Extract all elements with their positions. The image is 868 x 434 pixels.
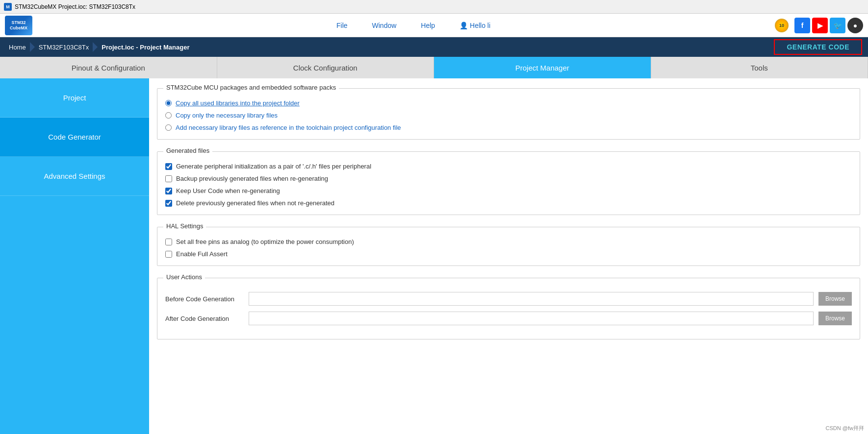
- github-icon[interactable]: ●: [847, 18, 863, 33]
- sidebar-item-advanced-settings[interactable]: Advanced Settings: [0, 157, 149, 196]
- menu-bar: STM32 CubeMX File Window Help 👤 Hello li…: [0, 14, 868, 37]
- generated-files-title: Generated files: [163, 147, 212, 154]
- main-tabs: Pinout & Configuration Clock Configurati…: [0, 57, 868, 78]
- tab-clock-configuration[interactable]: Clock Configuration: [217, 57, 434, 78]
- checkbox-keep-user-code[interactable]: Keep User Code when re-generating: [165, 187, 852, 194]
- tab-tools[interactable]: Tools: [651, 57, 868, 78]
- sidebar-item-project[interactable]: Project: [0, 78, 149, 118]
- main-content-panel: STM32Cube MCU packages and embedded soft…: [149, 78, 868, 434]
- watermark: CSDN @fw拜拜: [826, 425, 864, 432]
- tab-project-manager[interactable]: Project Manager: [434, 57, 651, 78]
- checkbox-backup[interactable]: Backup previously generated files when r…: [165, 175, 852, 182]
- after-code-gen-label: After Code Generation: [165, 315, 244, 322]
- generated-files-section: Generated files Generate peripheral init…: [157, 151, 860, 215]
- checkbox-full-assert[interactable]: Enable Full Assert: [165, 250, 852, 258]
- generated-files-checkboxes: Generate peripheral initialization as a …: [165, 163, 852, 207]
- user-actions-rows: Before Code Generation Browse After Code…: [165, 292, 852, 325]
- before-code-gen-label: Before Code Generation: [165, 295, 244, 303]
- breadcrumb-current: Project.ioc - Project Manager: [99, 44, 192, 51]
- content-area: Project Code Generator Advanced Settings…: [0, 78, 868, 434]
- after-code-gen-browse[interactable]: Browse: [818, 312, 852, 325]
- twitter-icon[interactable]: 🐦: [830, 18, 845, 33]
- user-menu[interactable]: 👤 Hello li: [460, 22, 490, 29]
- radio-copy-all[interactable]: Copy all used libraries into the project…: [165, 99, 852, 107]
- checkbox-free-pins-analog[interactable]: Set all free pins as analog (to optimize…: [165, 238, 852, 245]
- breadcrumb-home[interactable]: Home: [6, 44, 29, 51]
- youtube-icon[interactable]: ▶: [812, 18, 828, 33]
- hal-settings-checkboxes: Set all free pins as analog (to optimize…: [165, 238, 852, 258]
- after-code-gen-row: After Code Generation Browse: [165, 312, 852, 325]
- menu-items: File Window Help 👤 Hello li: [52, 22, 775, 29]
- menu-right: 10 f ▶ 🐦 ●: [775, 18, 863, 33]
- mcu-radio-group: Copy all used libraries into the project…: [165, 99, 852, 131]
- tab-pinout-configuration[interactable]: Pinout & Configuration: [0, 57, 217, 78]
- breadcrumb: Home STM32F103C8Tx Project.ioc - Project…: [6, 42, 774, 52]
- checkbox-pair-files[interactable]: Generate peripheral initialization as a …: [165, 163, 852, 170]
- badge-10: 10: [775, 19, 789, 32]
- app-icon: M: [4, 3, 12, 11]
- before-code-gen-input[interactable]: [249, 292, 814, 306]
- window-menu[interactable]: Window: [372, 22, 397, 29]
- breadcrumb-device[interactable]: STM32F103C8Tx: [36, 44, 92, 51]
- nav-bar: Home STM32F103C8Tx Project.ioc - Project…: [0, 37, 868, 57]
- checkbox-delete-previously[interactable]: Delete previously generated files when n…: [165, 199, 852, 207]
- user-actions-section: User Actions Before Code Generation Brow…: [157, 278, 860, 339]
- generate-code-button[interactable]: GENERATE CODE: [774, 39, 862, 55]
- mcu-packages-title: STM32Cube MCU packages and embedded soft…: [163, 84, 339, 91]
- sidebar-item-code-generator[interactable]: Code Generator: [0, 118, 149, 157]
- hal-settings-section: HAL Settings Set all free pins as analog…: [157, 227, 860, 266]
- help-menu[interactable]: Help: [421, 22, 435, 29]
- sidebar: Project Code Generator Advanced Settings: [0, 78, 149, 434]
- facebook-icon[interactable]: f: [794, 18, 810, 33]
- social-icons: f ▶ 🐦 ●: [794, 18, 863, 33]
- mcu-packages-section: STM32Cube MCU packages and embedded soft…: [157, 88, 860, 140]
- window-title: STM32CubeMX Project.ioc: STM32F103C8Tx: [15, 3, 135, 10]
- before-code-gen-row: Before Code Generation Browse: [165, 292, 852, 306]
- title-bar: M STM32CubeMX Project.ioc: STM32F103C8Tx: [0, 0, 868, 14]
- stm32cubemx-logo: STM32 CubeMX: [5, 16, 32, 35]
- hal-settings-title: HAL Settings: [163, 222, 206, 230]
- radio-copy-necessary[interactable]: Copy only the necessary library files: [165, 112, 852, 119]
- before-code-gen-browse[interactable]: Browse: [818, 292, 852, 306]
- user-actions-title: User Actions: [163, 273, 205, 281]
- file-menu[interactable]: File: [336, 22, 348, 29]
- after-code-gen-input[interactable]: [249, 312, 814, 325]
- breadcrumb-sep-1: [30, 42, 35, 52]
- breadcrumb-sep-2: [93, 42, 98, 52]
- logo-area: STM32 CubeMX: [5, 16, 32, 35]
- radio-add-reference[interactable]: Add necessary library files as reference…: [165, 124, 852, 131]
